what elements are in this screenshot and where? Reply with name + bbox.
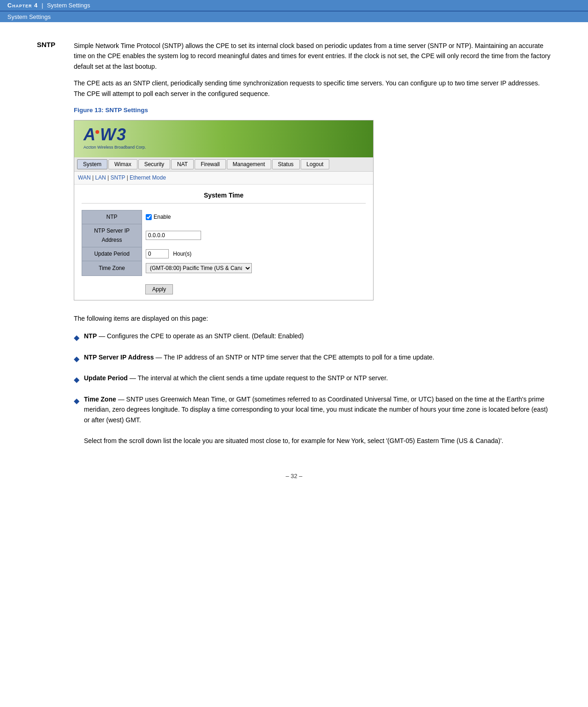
sntp-paragraph1: Simple Network Time Protocol (SNTP) allo… <box>74 41 551 72</box>
router-header: A W 3 Accton Wireless Broadband Corp. <box>74 120 373 157</box>
apply-button[interactable]: Apply <box>145 284 173 294</box>
subnav-wan[interactable]: WAN <box>78 174 91 181</box>
page-number: – 32 – <box>285 473 302 479</box>
label-timezone: Time Zone <box>82 261 142 276</box>
logo-dot <box>95 130 99 134</box>
nav-status[interactable]: Status <box>272 159 300 169</box>
subnav-lan[interactable]: LAN <box>95 174 106 181</box>
header-subtitle: System Settings <box>7 13 581 20</box>
term-update-period: Update Period <box>84 374 128 382</box>
router-content: System Time NTP Enable <box>74 185 373 300</box>
sntp-paragraph2: The CPE acts as an SNTP client, periodic… <box>74 78 551 99</box>
bullet-diamond-2: ◆ <box>74 353 79 365</box>
ntp-checkbox-row: Enable <box>146 213 362 222</box>
header-bar: Chapter 4 | System Settings <box>0 0 588 12</box>
bullet-text-timezone: Time Zone — SNTP uses Greenwich Mean Tim… <box>84 394 551 446</box>
subnav-sntp[interactable]: SNTP <box>111 174 125 181</box>
bullet-text-update-period: Update Period — The interval at which th… <box>84 373 551 383</box>
value-ntp-ip <box>142 224 366 247</box>
value-ntp: Enable <box>142 210 366 224</box>
label-update-period: Update Period <box>82 247 142 261</box>
timezone-select[interactable]: (GMT-08:00) Pacific Time (US & Canada): … <box>146 263 252 273</box>
router-subnav: WAN | LAN | SNTP | Ethernet Mode <box>74 172 373 185</box>
nav-management[interactable]: Management <box>227 159 271 169</box>
update-period-unit: Hour(s) <box>173 251 191 257</box>
bullet-text-ntp-ip: NTP Server IP Address — The IP address o… <box>84 352 551 362</box>
sntp-text: Simple Network Time Protocol (SNTP) allo… <box>74 41 551 454</box>
bullet-text-ntp: NTP — Configures the CPE to operate as a… <box>84 331 551 341</box>
value-update-period: Hour(s) <box>142 247 366 261</box>
figure-box: A W 3 Accton Wireless Broadband Corp. Sy… <box>74 120 374 300</box>
list-item-timezone: ◆ Time Zone — SNTP uses Greenwich Mean T… <box>74 394 551 446</box>
page-footer: – 32 – <box>37 473 551 489</box>
description-intro: The following items are displayed on thi… <box>74 313 551 324</box>
list-item-ntp-ip: ◆ NTP Server IP Address — The IP address… <box>74 352 551 365</box>
logo-3-letter: 3 <box>117 126 126 143</box>
bullet-diamond-4: ◆ <box>74 395 79 407</box>
apply-btn-container: Apply <box>142 280 366 294</box>
main-content: SNTP Simple Network Time Protocol (SNTP)… <box>0 22 588 516</box>
router-logo: A W 3 Accton Wireless Broadband Corp. <box>83 126 146 150</box>
sntp-intro-block: SNTP Simple Network Time Protocol (SNTP)… <box>37 41 551 454</box>
table-row-ntp-ip: NTP Server IP Address <box>82 224 366 247</box>
ntp-ip-input[interactable] <box>146 231 201 240</box>
form-table: NTP Enable NTP Server IP Address <box>82 210 366 276</box>
table-row-timezone: Time Zone (GMT-08:00) Pacific Time (US &… <box>82 261 366 276</box>
update-period-input[interactable] <box>146 249 169 258</box>
value-timezone: (GMT-08:00) Pacific Time (US & Canada): … <box>142 261 366 276</box>
label-ntp: NTP <box>82 210 142 224</box>
nav-security[interactable]: Security <box>138 159 170 169</box>
logo-w-letter: W <box>100 126 116 143</box>
list-item-update-period: ◆ Update Period — The interval at which … <box>74 373 551 386</box>
table-row-update-period: Update Period Hour(s) <box>82 247 366 261</box>
logo-subtitle: Accton Wireless Broadband Corp. <box>83 144 146 150</box>
logo-a-letter: A <box>83 126 95 143</box>
nav-nat[interactable]: NAT <box>171 159 194 169</box>
ntp-checkbox-label: Enable <box>154 213 171 222</box>
ntp-checkbox[interactable] <box>146 214 152 220</box>
table-row-ntp: NTP Enable <box>82 210 366 224</box>
term-timezone: Time Zone <box>84 395 116 403</box>
nav-wimax[interactable]: Wimax <box>108 159 137 169</box>
sntp-label: SNTP <box>37 41 65 454</box>
label-ntp-ip: NTP Server IP Address <box>82 224 142 247</box>
chapter-label: Chapter 4 <box>7 2 38 9</box>
nav-firewall[interactable]: Firewall <box>195 159 226 169</box>
router-page-title: System Time <box>82 190 366 204</box>
term-ntp: NTP <box>84 332 97 340</box>
header-title-link[interactable]: System Settings <box>47 2 90 9</box>
logo-icon: A W 3 <box>83 126 126 143</box>
term-ntp-ip: NTP Server IP Address <box>84 354 154 361</box>
list-item-ntp: ◆ NTP — Configures the CPE to operate as… <box>74 331 551 344</box>
figure-caption: Figure 13: SNTP Settings <box>74 105 551 115</box>
nav-logout[interactable]: Logout <box>301 159 330 169</box>
bullet-diamond-3: ◆ <box>74 374 79 386</box>
bullet-diamond-1: ◆ <box>74 332 79 344</box>
nav-system[interactable]: System <box>77 159 107 169</box>
subnav-ethernet-mode[interactable]: Ethernet Mode <box>130 174 166 181</box>
router-nav: System Wimax Security NAT Firewall Manag… <box>74 157 373 172</box>
header-separator: | <box>42 2 43 9</box>
bullet-list: ◆ NTP — Configures the CPE to operate as… <box>74 331 551 446</box>
